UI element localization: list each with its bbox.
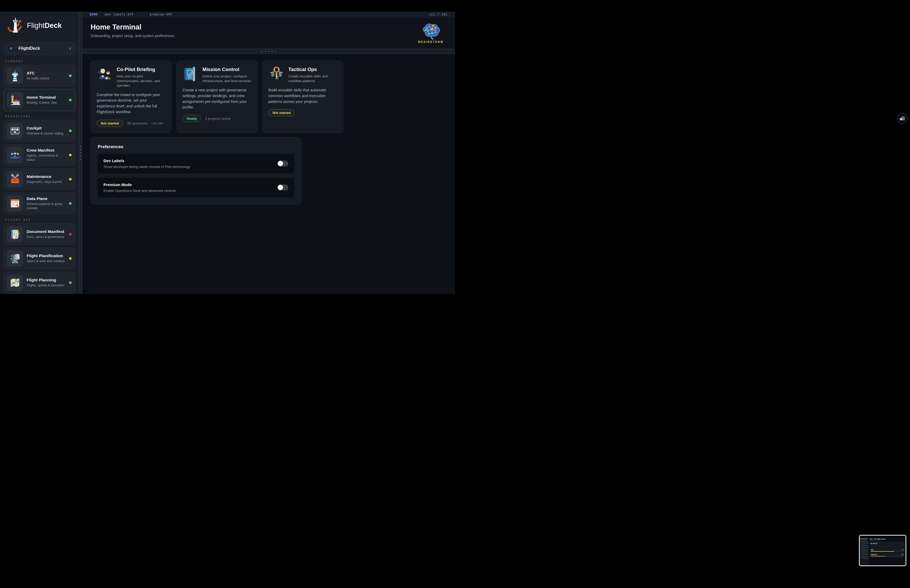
- pref-description: Show developer-facing labels instead of …: [103, 165, 277, 169]
- status-dot-yellow: [69, 257, 72, 260]
- card-title: Co-Pilot Briefing: [116, 66, 166, 73]
- main-area: DEMO dev labels OFF | premium OFF v11.7.…: [82, 11, 455, 294]
- sidebar-section-flight-ops: FLIGHT OPS: [0, 215, 79, 223]
- nav-item-title: Flight Planification: [27, 254, 66, 258]
- status-badge-not-started: Not started: [97, 120, 123, 127]
- status-badge-ready: Ready: [183, 115, 201, 122]
- top-black-band: [0, 0, 455, 11]
- nav-item-subtitle: Flights, sprints & execution: [27, 283, 66, 288]
- card-mission-control[interactable]: Mission Control Define your project, con…: [176, 61, 257, 133]
- card-description: Create a new project with governance set…: [183, 87, 251, 110]
- statusbar-divider: |: [141, 13, 143, 16]
- workspace-initial-badge: F: [7, 44, 15, 52]
- pref-name: Premium Mode: [103, 183, 277, 187]
- nav-item-title: ATC: [27, 71, 66, 76]
- nav-item-subtitle: Schema explorer & query console: [27, 202, 66, 210]
- sidebar-item-document-manifest[interactable]: Document Manifest Docs, specs & governan…: [3, 223, 76, 245]
- sidebar: FlightDeck F FlightDeck ∨ COMMAND ATC Ai…: [0, 11, 79, 294]
- card-tactical-ops[interactable]: Tactical Ops Create reusable skills and …: [262, 61, 343, 133]
- app-version: v11.7.161: [429, 13, 448, 16]
- dev-labels-toggle[interactable]: [277, 161, 288, 166]
- nav-item-title: Cockpit: [27, 126, 66, 131]
- workspace-name: FlightDeck: [18, 46, 66, 51]
- rainbow-key-icon: [268, 66, 284, 81]
- nav-item-subtitle: Docs, specs & governance: [27, 235, 66, 239]
- crew-icon: [7, 147, 23, 163]
- workspace-selector-wrap: F FlightDeck ∨: [0, 39, 79, 56]
- nav-item-title: Data Plane: [27, 196, 66, 201]
- sidebar-section-operations: OPERATIONS: [0, 111, 79, 120]
- status-dot-green: [69, 129, 72, 132]
- nav-item-subtitle: Specs & work item creation: [27, 259, 66, 263]
- premium-mode-toggle[interactable]: [277, 184, 288, 191]
- feature-cards-row: Co-Pilot Briefing How your co-pilot comm…: [91, 61, 455, 133]
- runway-clipboard-icon: [7, 250, 23, 267]
- nav-item-subtitle: Air traffic control: [27, 77, 66, 81]
- app-logo: FlightDeck: [0, 11, 79, 39]
- pref-row-dev-labels: Dev Labels Show developer-facing labels …: [98, 154, 294, 173]
- nav-item-title: Maintenance: [27, 174, 66, 179]
- sidebar-item-atc[interactable]: ATC Air traffic control: [3, 65, 76, 87]
- sidebar-item-crew-manifest[interactable]: Crew Manifest Agents, connections & stat…: [3, 144, 76, 166]
- status-dot-green: [69, 74, 72, 77]
- co-pilots-icon: [97, 66, 113, 81]
- status-dot-green: [69, 202, 72, 205]
- status-dot-yellow: [69, 178, 72, 181]
- workspace-selector[interactable]: F FlightDeck ∨: [3, 42, 76, 55]
- nav-item-title: Home Terminal: [27, 95, 66, 100]
- card-meta: 38 questions · ~15 min: [127, 121, 163, 125]
- card-subtitle: Create reusable skills and workflow patt…: [288, 74, 337, 83]
- sidebar-nav-operations: Cockpit Overview & course setting Crew M…: [0, 120, 79, 215]
- status-badge-not-started: Not started: [268, 109, 295, 116]
- content-area: Co-Pilot Briefing How your co-pilot comm…: [82, 54, 455, 294]
- status-dot-green: [69, 99, 72, 101]
- nav-item-subtitle: Overview & course setting: [27, 132, 66, 136]
- flightdeck-logo-icon: [7, 17, 24, 34]
- sidebar-section-command: COMMAND: [0, 56, 79, 65]
- nav-item-subtitle: Agents, connections & status: [27, 154, 66, 162]
- manifest-notebook-icon: [7, 226, 23, 242]
- dev-labels-status: dev labels OFF: [105, 13, 134, 16]
- sidebar-item-data-plane[interactable]: Data Plane Schema explorer & query conso…: [3, 192, 76, 215]
- brain-icon: [421, 22, 441, 39]
- nav-item-title: Document Manifest: [27, 229, 66, 234]
- premium-status: premium OFF: [150, 13, 173, 16]
- brainstorm-brand: BRAINSTORM: [418, 22, 443, 44]
- nav-item-subtitle: Diagnostics, keys & prefs: [27, 180, 66, 184]
- status-dot-yellow: [69, 154, 72, 156]
- sidebar-item-home-terminal[interactable]: Home Terminal Briefing, Control, Ops: [3, 89, 76, 111]
- app-title: FlightDeck: [27, 22, 62, 30]
- sidebar-resize-handle[interactable]: [79, 11, 82, 294]
- card-description: Build reusable skills that automate comm…: [268, 87, 337, 105]
- instrument-panel-icon: [7, 123, 23, 139]
- card-title: Mission Control: [202, 66, 251, 73]
- status-bar: DEMO dev labels OFF | premium OFF v11.7.…: [82, 11, 455, 17]
- pref-name: Dev Labels: [103, 158, 277, 163]
- nav-item-title: Flight Planning: [27, 278, 66, 283]
- toolbox-icon: [7, 171, 23, 187]
- sidebar-item-cockpit[interactable]: Cockpit Overview & course setting: [3, 120, 76, 142]
- card-co-pilot-briefing[interactable]: Co-Pilot Briefing How your co-pilot comm…: [91, 61, 172, 133]
- pref-row-premium-mode: Premium Mode Enable Operations Deck and …: [98, 178, 294, 197]
- header-resize-handle[interactable]: [82, 49, 455, 54]
- sidebar-item-maintenance[interactable]: Maintenance Diagnostics, keys & prefs: [3, 168, 76, 190]
- control-tower-icon: [7, 68, 23, 84]
- route-map-icon: [7, 275, 23, 291]
- sidebar-nav-command: ATC Air traffic control Home Terminal Br…: [0, 65, 79, 111]
- brand-name: BRAINSTORM: [418, 40, 443, 44]
- blueprint-icon: [183, 66, 199, 81]
- pref-description: Enable Operations Deck and advanced cont…: [103, 189, 277, 193]
- page-title: Home Terminal: [91, 23, 174, 31]
- status-dot-red: [69, 233, 72, 236]
- card-subtitle: Define your project, configure infrastru…: [202, 74, 251, 83]
- chevron-down-icon: ∨: [69, 46, 72, 51]
- card-subtitle: How your co-pilot communicates, decides,…: [116, 74, 166, 88]
- sidebar-item-flight-planning[interactable]: Flight Planning Flights, sprints & execu…: [3, 271, 76, 294]
- preferences-title: Preferences: [98, 144, 294, 150]
- page-subtitle: Onboarding, project setup, and system pr…: [91, 34, 174, 38]
- airport-terminal-icon: [7, 92, 23, 108]
- card-title: Tactical Ops: [288, 66, 337, 73]
- app-shell: FlightDeck F FlightDeck ∨ COMMAND ATC Ai…: [0, 11, 455, 294]
- card-description: Complete the intake to configure your go…: [97, 92, 166, 115]
- sidebar-item-flight-planification[interactable]: Flight Planification Specs & work item c…: [3, 247, 76, 270]
